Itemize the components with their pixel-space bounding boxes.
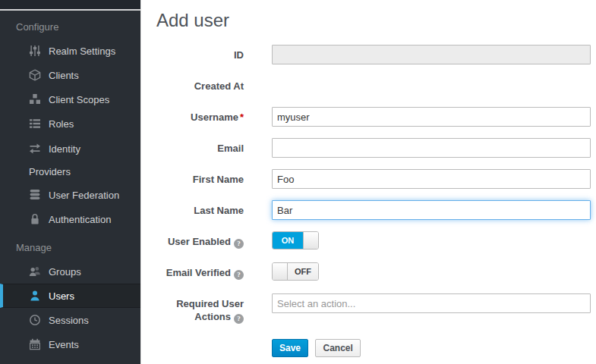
sidebar-item-authentication[interactable]: Authentication — [0, 207, 140, 231]
required-marker: * — [240, 111, 244, 123]
username-label: Username* — [141, 107, 244, 127]
clock-icon — [29, 314, 41, 326]
sidebar-item-events[interactable]: Events — [0, 332, 140, 356]
user-enabled-label-text: User Enabled — [168, 236, 231, 247]
first-name-field[interactable] — [272, 169, 591, 189]
required-actions-label: Required User Actions? — [141, 293, 244, 324]
email-verified-toggle[interactable]: OFF — [272, 262, 319, 281]
sidebar-item-clients[interactable]: Clients — [0, 63, 140, 87]
sidebar-item-label: Groups — [49, 266, 81, 278]
sidebar-item-label: Authentication — [49, 214, 111, 225]
user-icon — [29, 290, 41, 302]
masthead-strip — [0, 0, 140, 11]
sidebar-item-user-federation[interactable]: User Federation — [0, 183, 140, 207]
list-icon — [29, 118, 41, 130]
toggle-handle — [303, 232, 318, 249]
last-name-label: Last Name — [141, 200, 244, 220]
page-title: Add user — [156, 9, 596, 32]
sidebar-item-label: Events — [49, 339, 79, 350]
sidebar-item-users[interactable]: Users — [0, 284, 140, 308]
created-at-label: Created At — [141, 76, 244, 96]
sidebar-item-roles[interactable]: Roles — [0, 111, 140, 136]
toggle-off-label: OFF — [288, 263, 318, 280]
form-row-last-name: Last Name — [141, 200, 596, 220]
sidebar-item-label: Users — [49, 290, 74, 302]
toggle-on-label: ON — [273, 232, 303, 249]
user-enabled-label: User Enabled? — [141, 231, 244, 251]
sidebar-item-label: Client Scopes — [49, 94, 109, 105]
main-content: Add user ID Created At Username* Email — [140, 0, 596, 364]
form-row-id: ID — [141, 45, 596, 64]
nav-section-manage: Manage — [0, 231, 140, 259]
last-name-field[interactable] — [272, 200, 591, 220]
sidebar-item-sessions[interactable]: Sessions — [0, 308, 140, 332]
calendar-icon — [29, 338, 41, 350]
sidebar-item-label: Sessions — [49, 315, 89, 326]
sidebar-item-realm-settings[interactable]: Realm Settings — [0, 39, 140, 63]
sidebar-item-label: User Federation — [49, 190, 119, 201]
cancel-button[interactable]: Cancel — [315, 339, 360, 357]
help-icon[interactable]: ? — [234, 239, 244, 249]
help-icon[interactable]: ? — [234, 314, 244, 324]
sliders-icon — [29, 45, 41, 57]
sidebar-item-label: Clients — [49, 70, 79, 81]
email-field[interactable] — [272, 138, 591, 158]
database-icon — [29, 189, 41, 201]
email-label: Email — [141, 138, 244, 158]
users-icon — [29, 265, 41, 278]
sidebar-item-identity-providers[interactable]: Identity Providers — [0, 136, 124, 183]
sidebar-item-label: Realm Settings — [49, 46, 115, 57]
id-field — [272, 45, 591, 64]
form-row-actions: Save Cancel — [141, 339, 596, 359]
username-field[interactable] — [272, 107, 591, 127]
email-verified-label-text: Email Verified — [166, 267, 231, 278]
save-button[interactable]: Save — [272, 339, 308, 357]
form-row-email-verified: Email Verified? OFF — [141, 262, 596, 282]
form-row-required-actions: Required User Actions? — [141, 293, 596, 324]
form-row-created-at: Created At — [141, 76, 596, 96]
sidebar-item-label: Roles — [49, 118, 74, 130]
id-label: ID — [141, 45, 244, 64]
user-enabled-toggle[interactable]: ON — [272, 231, 319, 249]
sidebar: Configure Realm Settings Clients Client … — [0, 0, 140, 364]
lock-icon — [29, 213, 41, 225]
sidebar-item-groups[interactable]: Groups — [0, 259, 140, 284]
nav-section-configure: Configure — [0, 11, 140, 39]
add-user-form: ID Created At Username* Email First Name — [141, 45, 596, 359]
help-icon[interactable]: ? — [234, 270, 244, 280]
exchange-icon — [29, 140, 41, 152]
email-verified-label: Email Verified? — [141, 262, 244, 282]
form-row-user-enabled: User Enabled? ON — [141, 231, 596, 251]
toggle-handle — [273, 263, 288, 280]
form-row-username: Username* — [141, 107, 596, 127]
form-row-email: Email — [141, 138, 596, 158]
cubes-icon — [29, 93, 41, 105]
sidebar-item-client-scopes[interactable]: Client Scopes — [0, 87, 140, 111]
cube-icon — [29, 69, 41, 81]
username-label-text: Username — [191, 111, 238, 123]
first-name-label: First Name — [141, 169, 244, 189]
required-actions-select[interactable] — [272, 293, 591, 313]
form-row-first-name: First Name — [141, 169, 596, 189]
